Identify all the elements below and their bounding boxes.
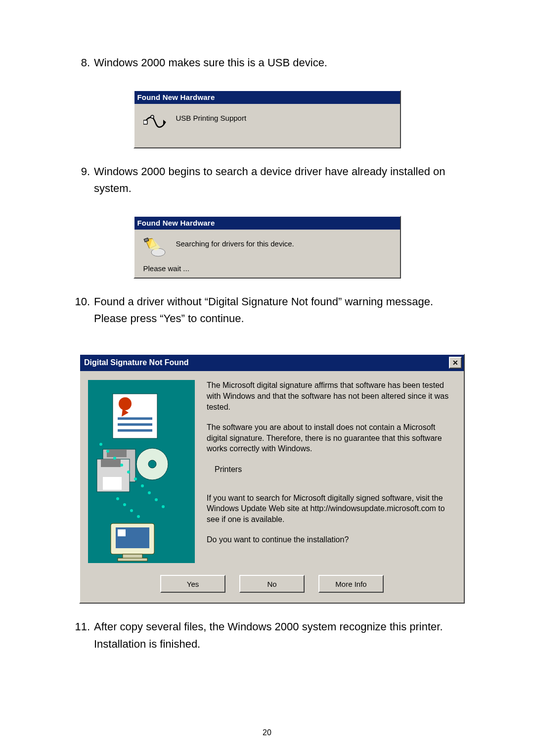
digital-signature-dialog: Digital Signature Not Found ✕ — [79, 354, 465, 604]
svg-point-24 — [127, 471, 130, 473]
paragraph-5: Do you want to continue the installation… — [207, 534, 454, 545]
step-number: 10. — [69, 293, 94, 327]
step-number: 8. — [69, 54, 94, 71]
found-new-hardware-dialog-2: Found New Hardware Searching for drivers… — [134, 216, 401, 279]
svg-point-29 — [162, 505, 165, 508]
svg-rect-16 — [101, 459, 121, 467]
paragraph-1: The Microsoft digital signature affirms … — [207, 380, 454, 412]
svg-point-30 — [116, 497, 119, 500]
svg-point-33 — [137, 515, 140, 518]
step-number: 11. — [69, 618, 94, 652]
figure-digital-signature: Digital Signature Not Found ✕ — [79, 354, 465, 604]
close-icon: ✕ — [452, 359, 458, 366]
close-button[interactable]: ✕ — [449, 357, 462, 369]
svg-point-32 — [130, 509, 133, 512]
svg-point-22 — [113, 457, 116, 460]
dialog-titlebar: Digital Signature Not Found ✕ — [80, 355, 464, 371]
step-8: 8. Windows 2000 makes sure this is a USB… — [69, 54, 465, 71]
step-9: 9. Windows 2000 begins to search a devic… — [69, 163, 465, 197]
step-10: 10. Found a driver without “Digital Sign… — [69, 293, 465, 327]
svg-rect-17 — [103, 477, 122, 490]
svg-point-20 — [99, 443, 102, 446]
svg-point-8 — [119, 397, 132, 410]
more-info-button[interactable]: More Info — [318, 575, 384, 593]
step-text: Windows 2000 makes sure this is a USB de… — [94, 54, 465, 71]
found-new-hardware-dialog-1: Found New Hardware USB Printing Support — [134, 90, 401, 148]
dialog-title: Found New Hardware — [134, 91, 400, 104]
step-text: Windows 2000 begins to search a device d… — [94, 163, 465, 197]
svg-rect-36 — [118, 529, 126, 536]
svg-rect-13 — [107, 449, 127, 457]
paragraph-3: Printers — [207, 464, 454, 475]
dialog-button-row: Yes No More Info — [80, 563, 464, 603]
step-number: 9. — [69, 163, 94, 197]
no-button[interactable]: No — [239, 575, 305, 593]
document-page: 8. Windows 2000 makes sure this is a USB… — [0, 0, 534, 756]
svg-point-31 — [123, 503, 126, 506]
svg-point-21 — [106, 450, 109, 453]
svg-point-27 — [148, 491, 151, 494]
step-text: After copy several files, the Windows 20… — [94, 618, 465, 652]
svg-point-2 — [151, 115, 154, 118]
dialog-illustration — [88, 380, 195, 563]
page-number: 20 — [0, 728, 534, 737]
paragraph-4: If you want to search for Microsoft digi… — [207, 493, 454, 525]
usb-cable-icon — [143, 111, 166, 134]
dialog-title: Found New Hardware — [134, 217, 400, 230]
figure-fnh-usb: Found New Hardware USB Printing Support — [69, 90, 465, 148]
dialog-body-text: Searching for drivers for this device. — [176, 236, 294, 248]
step-text: Found a driver without “Digital Signatur… — [94, 293, 465, 327]
dialog-title: Digital Signature Not Found — [84, 358, 189, 367]
dialog-message: The Microsoft digital signature affirms … — [207, 380, 456, 563]
svg-point-25 — [134, 477, 137, 480]
svg-point-3 — [151, 248, 165, 256]
dialog-body-text: USB Printing Support — [176, 111, 247, 122]
dialog-footer-text: Please wait ... — [134, 264, 400, 278]
svg-rect-38 — [118, 558, 147, 561]
svg-point-19 — [148, 460, 156, 468]
flashlight-search-icon — [143, 236, 166, 259]
svg-point-28 — [155, 498, 158, 501]
step-11: 11. After copy several files, the Window… — [69, 618, 465, 652]
paragraph-2: The software you are about to install do… — [207, 422, 454, 454]
yes-button[interactable]: Yes — [160, 575, 225, 593]
svg-rect-0 — [143, 120, 147, 124]
svg-point-26 — [141, 484, 144, 487]
figure-fnh-searching: Found New Hardware Searching for drivers… — [69, 216, 465, 279]
svg-point-23 — [120, 464, 123, 467]
